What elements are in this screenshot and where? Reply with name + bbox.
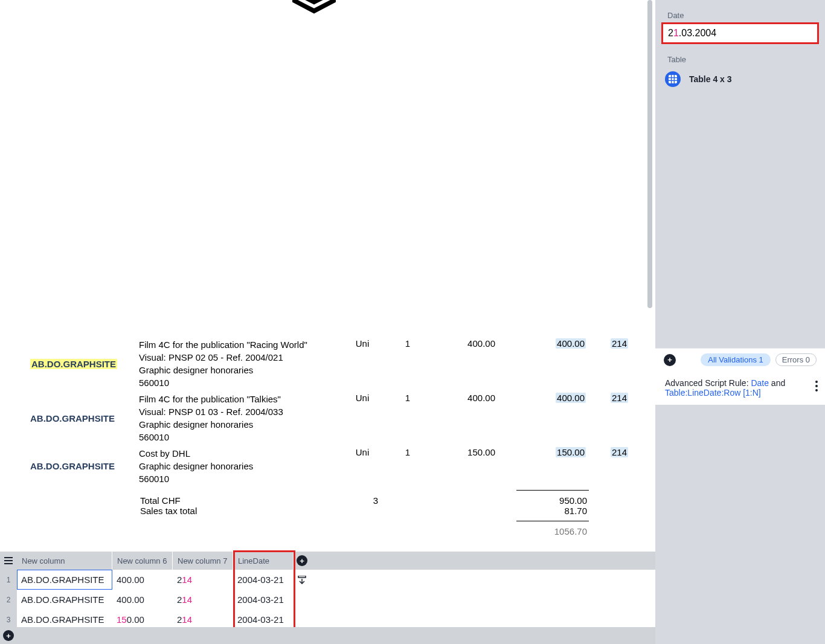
- grid-cell[interactable]: AB.DO.GRAPHSITE: [17, 570, 112, 590]
- grid-cell[interactable]: 400.00: [112, 570, 173, 590]
- row-number: 1: [0, 570, 17, 590]
- svg-rect-8: [298, 576, 306, 578]
- rule-link-date[interactable]: Date: [751, 378, 769, 388]
- table-field-label: Table: [655, 44, 825, 66]
- grid-cell[interactable]: 214: [173, 570, 233, 590]
- line-item-row: AB.DO.GRAPHSITE Film 4C for the publicat…: [0, 338, 655, 389]
- row-insert-icon[interactable]: [294, 576, 310, 584]
- item-description: Film 4C for the publication "Talkies" Vi…: [139, 393, 338, 443]
- errors-pill[interactable]: Errors 0: [775, 353, 817, 366]
- table-value: Table 4 x 3: [689, 74, 732, 84]
- grid-cell[interactable]: 214: [173, 590, 233, 610]
- line-item-row: AB.DO.GRAPHSITE Film 4C for the publicat…: [0, 393, 655, 443]
- grid-cell[interactable]: AB.DO.GRAPHSITE: [17, 590, 112, 610]
- item-code: AB.DO.GRAPHSITE: [30, 359, 117, 369]
- total-row: Total CHF 3 950.00: [0, 495, 655, 506]
- line-item-row: AB.DO.GRAPHSITE Cost by DHL Graphic desi…: [0, 447, 655, 485]
- extraction-grid: New column New column 6 New column 7 Lin…: [0, 552, 655, 630]
- grand-rule: [516, 521, 589, 521]
- table-row: 1 AB.DO.GRAPHSITE 400.00 214 2004-03-21: [0, 570, 655, 590]
- grid-cell[interactable]: 2004-03-21: [233, 590, 294, 610]
- column-header[interactable]: LineDate: [233, 552, 294, 570]
- item-description: Film 4C for the publication "Racing Worl…: [139, 338, 338, 389]
- grid-cell[interactable]: 2004-03-21: [233, 570, 294, 590]
- kebab-menu-icon[interactable]: [812, 381, 821, 391]
- row-number: 2: [0, 590, 17, 610]
- item-tax: 214: [611, 338, 628, 349]
- viewer-scrollbar-thumb[interactable]: [647, 0, 652, 308]
- tax-row: Sales tax total 81.70: [0, 506, 655, 516]
- item-amount: 400.00: [556, 338, 586, 349]
- item-qty: 1: [387, 338, 429, 389]
- column-header[interactable]: New column 6: [112, 552, 173, 570]
- column-header[interactable]: New column: [17, 552, 112, 570]
- item-price: 400.00: [429, 338, 495, 389]
- hex-logo-icon: [290, 0, 338, 18]
- grid-footer: +: [0, 627, 655, 644]
- document-viewer[interactable]: AB.DO.GRAPHSITE Film 4C for the publicat…: [0, 0, 655, 552]
- table-icon: [665, 71, 681, 87]
- item-description: Cost by DHL Graphic designer honoraries …: [139, 447, 338, 485]
- validation-rule-text: Advanced Script Rule: Date and Table:Lin…: [655, 371, 825, 405]
- table-row: 2 AB.DO.GRAPHSITE 400.00 214 2004-03-21: [0, 590, 655, 610]
- add-column-button[interactable]: +: [294, 555, 310, 566]
- subtotal-rule: [516, 490, 589, 491]
- grid-cell[interactable]: 400.00: [112, 590, 173, 610]
- svg-rect-10: [669, 75, 677, 83]
- column-header[interactable]: New column 7: [173, 552, 233, 570]
- validation-bar: + All Validations 1 Errors 0: [655, 348, 825, 372]
- properties-panel: Date 21.03.2004 Table Table 4 x 3 + All …: [655, 0, 825, 644]
- add-row-button[interactable]: +: [3, 630, 14, 641]
- item-code: AB.DO.GRAPHSITE: [30, 413, 115, 423]
- date-field[interactable]: 21.03.2004: [661, 22, 819, 44]
- document-body: AB.DO.GRAPHSITE Film 4C for the publicat…: [0, 338, 655, 536]
- item-code: AB.DO.GRAPHSITE: [30, 461, 115, 471]
- grand-total-row: 1056.70: [0, 526, 655, 536]
- grid-header-row: New column New column 6 New column 7 Lin…: [0, 552, 655, 570]
- item-unit: Uni: [338, 338, 387, 389]
- grid-menu-icon[interactable]: [0, 557, 17, 564]
- table-chip[interactable]: Table 4 x 3: [665, 71, 815, 87]
- rule-link-table[interactable]: Table:LineDate:Row [1:N]: [665, 388, 761, 398]
- add-validation-button[interactable]: +: [664, 354, 676, 366]
- date-field-label: Date: [655, 0, 825, 22]
- validations-pill[interactable]: All Validations 1: [701, 353, 771, 366]
